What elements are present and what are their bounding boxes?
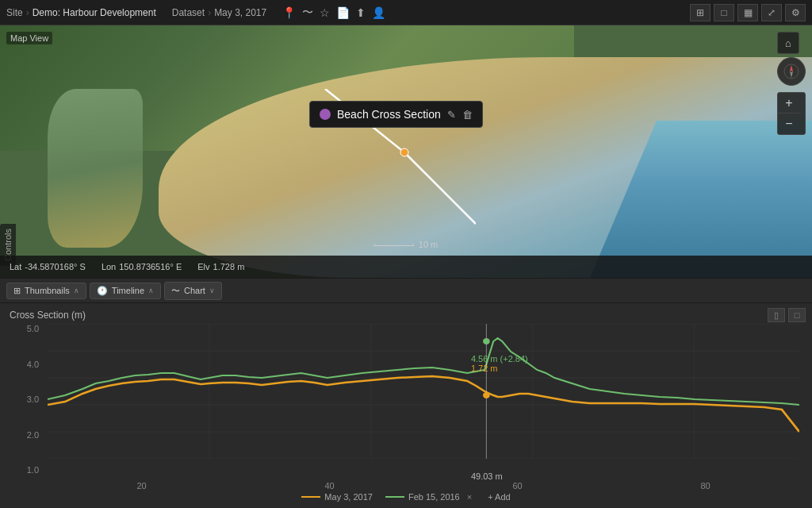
popup-title: Beach Cross Section: [337, 108, 441, 121]
polyline-icon[interactable]: 〜: [302, 6, 313, 20]
elv-coord: Elv 1.728 m: [197, 262, 244, 271]
users-icon[interactable]: 👤: [372, 6, 385, 19]
lon-label: Lon: [102, 262, 116, 271]
chart-container: 5.0 4.0 3.0 2.0 1.0: [0, 324, 812, 498]
settings-button[interactable]: ⚙: [785, 4, 806, 21]
pdf-icon[interactable]: 📄: [336, 6, 350, 19]
add-dataset-button[interactable]: + Add: [488, 492, 510, 502]
lon-coord: Lon 150.8736516° E: [102, 262, 182, 271]
river-channel: [48, 89, 143, 248]
expand-button[interactable]: ⤢: [761, 4, 782, 21]
y-label-1: 1.0: [27, 465, 39, 475]
popup-delete-icon[interactable]: 🗑: [462, 109, 473, 121]
dataset-name[interactable]: May 3, 2017: [214, 7, 266, 18]
y-label-3: 3.0: [27, 394, 39, 404]
timeline-label: Timeline: [112, 286, 144, 295]
legend-line-orange: [301, 496, 320, 498]
lat-coord: Lat -34.5870168° S: [10, 262, 86, 271]
x-position-label: 49.03 m: [471, 471, 503, 481]
scale-bar: 10 m: [374, 240, 438, 249]
popup-marker-dot: [320, 109, 331, 120]
lon-value: 150.8736516° E: [119, 262, 182, 271]
y-axis: 5.0 4.0 3.0 2.0 1.0: [0, 324, 44, 475]
chart-area: Cross Section (m) ▯ □ 5.0 4.0 3.0 2.0 1.…: [0, 303, 812, 508]
zoom-in-button[interactable]: +: [778, 93, 800, 114]
lat-value: -34.5870168° S: [25, 262, 86, 271]
zoom-out-button[interactable]: −: [778, 114, 800, 134]
elv-label: Elv: [197, 262, 209, 271]
star-icon[interactable]: ☆: [320, 6, 330, 19]
y-label-2: 2.0: [27, 430, 39, 440]
legend-close-button[interactable]: ×: [467, 492, 472, 502]
site-name[interactable]: Demo: Harbour Development: [33, 7, 156, 18]
legend-label-green: Feb 15, 2016: [408, 492, 460, 502]
dataset-sep: ›: [208, 7, 211, 18]
dataset-label: Dataset: [172, 7, 205, 18]
thumbnails-icon: ⊞: [13, 286, 21, 296]
chart-label: Chart: [184, 286, 205, 295]
bottom-toolbar: ⊞ Thumbnails ∧ 🕐 Timeline ∧ 〜 Chart ∨: [0, 278, 812, 303]
scale-label: 10 m: [419, 240, 438, 249]
map-popup: Beach Cross Section ✎ 🗑: [309, 101, 483, 128]
legend-item-orange: May 3, 2017: [301, 492, 373, 502]
map-view-label: Map View: [6, 32, 52, 44]
chart-arrow: ∨: [209, 287, 215, 294]
thumbnails-arrow: ∧: [74, 287, 79, 294]
legend-label-orange: May 3, 2017: [324, 492, 373, 502]
chart-legend: May 3, 2017 Feb 15, 2016 × + Add: [0, 487, 812, 506]
single-view-button[interactable]: □: [714, 4, 734, 21]
chart-button[interactable]: 〜 Chart ∨: [164, 282, 222, 300]
timeline-icon: 🕐: [97, 286, 108, 296]
coordinates-bar: Lat -34.5870168° S Lon 150.8736516° E El…: [0, 256, 812, 278]
breadcrumb-sep1: ›: [26, 7, 29, 18]
thumbnails-button[interactable]: ⊞ Thumbnails ∧: [6, 283, 86, 299]
chart-icon: 〜: [171, 285, 180, 297]
legend-line-green: [385, 496, 404, 498]
dataset-info: Dataset › May 3, 2017: [172, 7, 266, 18]
top-icons: 📍 〜 ☆ 📄 ⬆ 👤: [282, 6, 385, 20]
lat-label: Lat: [10, 262, 21, 271]
svg-point-18: [483, 392, 490, 398]
scale-line: [374, 244, 414, 246]
legend-item-green: Feb 15, 2016 ×: [385, 492, 472, 502]
y-label-4: 4.0: [27, 360, 39, 369]
chart-expand-button[interactable]: □: [788, 308, 806, 322]
location-pin-icon[interactable]: 📍: [282, 6, 296, 19]
popup-edit-icon[interactable]: ✎: [447, 109, 456, 121]
y-label-5: 5.0: [27, 324, 39, 333]
zoom-controls: + −: [777, 92, 806, 135]
sidebar-toggle-button[interactable]: ▦: [737, 4, 758, 21]
topbar: Site › Demo: Harbour Development Dataset…: [0, 0, 812, 25]
svg-point-17: [483, 338, 490, 344]
timeline-arrow: ∧: [148, 287, 154, 294]
map-area[interactable]: Beach Cross Section ✎ 🗑 Map View Control…: [0, 25, 812, 278]
home-button[interactable]: ⌂: [777, 32, 799, 54]
thumbnails-label: Thumbnails: [25, 286, 70, 295]
export-icon[interactable]: ⬆: [356, 6, 366, 19]
timeline-button[interactable]: 🕐 Timeline ∧: [90, 283, 161, 299]
elv-value: 1.728 m: [213, 262, 245, 271]
svg-marker-5: [790, 71, 793, 78]
map-controls-right: ⌂ + −: [777, 32, 806, 135]
svg-marker-4: [790, 65, 793, 71]
chart-split-button[interactable]: ▯: [768, 308, 785, 322]
grid-2x2-button[interactable]: ⊞: [690, 4, 710, 21]
top-right-icons: ⊞ □ ▦ ⤢ ⚙: [690, 4, 806, 21]
site-label: Site: [6, 7, 23, 18]
chart-title: Cross Section (m): [0, 310, 812, 324]
chart-svg[interactable]: [48, 324, 799, 459]
chart-overlay-icons: ▯ □: [768, 308, 806, 322]
compass-button[interactable]: [777, 57, 806, 86]
breadcrumb: Site › Demo: Harbour Development: [6, 7, 156, 18]
